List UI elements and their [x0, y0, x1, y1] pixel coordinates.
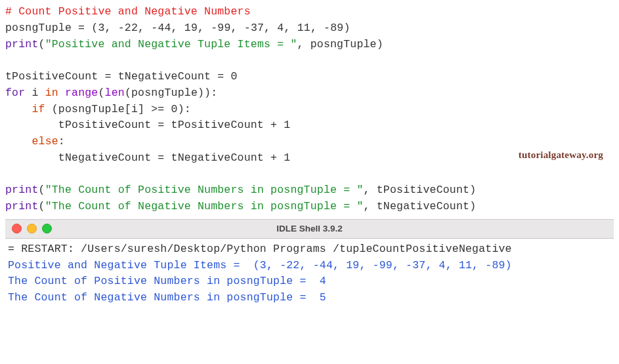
maximize-icon[interactable]	[42, 224, 52, 233]
code-blank-line	[5, 167, 614, 183]
shell-output: = RESTART: /Users/suresh/Desktop/Python …	[5, 239, 614, 306]
minimize-icon[interactable]	[27, 224, 37, 233]
code-line: for i in range(len(posngTuple)):	[5, 85, 614, 102]
code-line: tPositiveCount = tPositiveCount + 1	[5, 117, 614, 134]
code-blank-line	[5, 52, 614, 69]
window-controls[interactable]	[12, 224, 52, 233]
code-editor: # Count Positive and Negative Numbers po…	[5, 4, 614, 215]
shell-title: IDLE Shell 3.9.2	[276, 224, 343, 233]
code-line: tPositiveCount = tNegativeCount = 0	[5, 69, 614, 85]
shell-output-line: The Count of Positive Numbers in posngTu…	[8, 273, 610, 290]
watermark: tutorialgateway.org	[519, 150, 603, 161]
code-line: print("Positive and Negative Tuple Items…	[5, 37, 614, 53]
code-line: print("The Count of Negative Numbers in …	[5, 199, 614, 215]
code-line: else:	[5, 134, 614, 150]
shell-output-line: Positive and Negative Tuple Items = (3, …	[8, 258, 610, 274]
shell-restart-line: = RESTART: /Users/suresh/Desktop/Python …	[8, 241, 610, 258]
code-line: if (posngTuple[i] >= 0):	[5, 102, 614, 118]
shell-titlebar: IDLE Shell 3.9.2	[5, 219, 614, 239]
code-comment: # Count Positive and Negative Numbers	[5, 5, 251, 18]
close-icon[interactable]	[12, 224, 22, 233]
code-line: posngTuple = (3, -22, -44, 19, -99, -37,…	[5, 20, 614, 37]
shell-output-line: The Count of Negative Numbers in posngTu…	[8, 290, 610, 306]
code-line: print("The Count of Positive Numbers in …	[5, 182, 614, 199]
